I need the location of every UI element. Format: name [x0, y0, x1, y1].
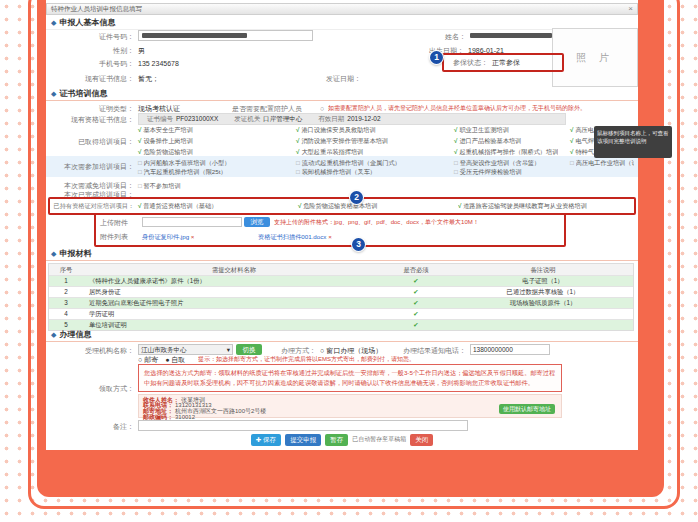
birth-value: 1986-01-21	[468, 47, 504, 55]
checked-icon: √	[454, 126, 457, 133]
gender-label: 性别：	[46, 47, 134, 55]
checked-icon: √	[296, 126, 299, 133]
unchecked-icon: □	[296, 168, 300, 175]
save-button[interactable]: ✚ 保存	[251, 434, 281, 446]
need-escort-note: 如需要配置陪护人员，请先登记陪护人员信息并经单位盖章确认后方可办理，无手机号码的…	[328, 105, 634, 112]
checked-icon: √	[138, 137, 141, 144]
window-titlebar: 特种作业人员培训申报信息填写 ×	[46, 3, 638, 15]
unchecked-icon: □	[296, 159, 300, 166]
checkbox-item[interactable]: √设备操作上岗培训	[138, 135, 193, 146]
checkbox-item[interactable]: □受压元件焊接检验培训	[454, 167, 540, 176]
annotation-badge-3: 3	[352, 238, 365, 251]
checked-icon: √	[296, 137, 299, 144]
agency-select[interactable]: 江山市政务中心 ▾	[138, 344, 233, 355]
checkbox-item[interactable]: √基本安全生产培训	[138, 124, 193, 135]
section-handle-header: ◆ 办理信息	[51, 330, 91, 340]
checkbox-item[interactable]: √港口设施保安员及救助培训	[296, 124, 388, 135]
checkbox-item[interactable]: √进口产品检验基本培训	[454, 135, 558, 146]
checked-icon: √	[298, 202, 301, 209]
chevron-down-icon: ▾	[227, 346, 230, 354]
existing-cert-value: 暂无；	[138, 75, 159, 83]
checkbox-item[interactable]: □高压电工作业培训（试用期）	[570, 158, 634, 167]
cert-org-label: 发证机关	[234, 115, 260, 122]
switch-agency-button[interactable]: 切换	[236, 344, 262, 355]
cert-no-value: PF0231000XX	[176, 115, 218, 122]
remark-label: 备注：	[86, 423, 134, 431]
name-label: 姓名：	[431, 33, 466, 41]
unchecked-icon: □	[138, 182, 142, 189]
checkbox-item[interactable]: □ 暂不参加培训	[138, 182, 181, 189]
checkbox-item[interactable]: □流动式起重机操作培训（金属门式）	[296, 158, 401, 167]
checked-icon: √	[296, 148, 299, 155]
table-header-row: 序号 需提交材料名称 是否必须 备注说明	[49, 264, 633, 275]
checkbox-item[interactable]: □汽车起重机操作培训（限25t）	[138, 167, 230, 176]
table-row: 5 单位培训证明 ✔	[49, 319, 633, 330]
redacted-name-value	[470, 33, 552, 38]
stash-button[interactable]: 暂存	[325, 434, 348, 446]
checkbox-item[interactable]: √ 道路旅客运输驾驶员继续教育与从业资格培训	[458, 202, 587, 209]
annotation-badge-2: 2	[350, 191, 363, 204]
checkbox-item[interactable]: √ 危险货物运输资格基本培训	[298, 202, 377, 209]
table-row: 2 居民身份证 ✔ 已通过数据共享核验（1）	[49, 286, 633, 297]
checked-icon: √	[570, 126, 573, 133]
section-cert-header: ◆ 证书培训信息	[51, 89, 107, 99]
delivery-note: 提示：如选择邮寄方式，证书制作完成后将以EMS方式寄出，邮费到付，请知悉。	[198, 356, 558, 363]
phone-label: 手机号码：	[46, 60, 134, 68]
check-icon: ✔	[379, 299, 453, 307]
obtained-col-3: √职业卫生监测培训 √进口产品检验基本培训 √起重机械指挥与操作（限桥式）培训	[454, 124, 558, 157]
checked-icon: √	[138, 148, 141, 155]
check-icon: ✔	[379, 310, 453, 318]
page-background: 特种作业人员培训申报信息填写 × ◆ 申报人基本信息 证件号码： 姓名： 性别：…	[0, 0, 698, 522]
completed-trainings-label: 本次已完成培训项目：	[46, 191, 134, 199]
checkbox-item[interactable]: □内河船舶水手值班培训（小型）	[138, 158, 230, 167]
checkbox-item[interactable]: □登高架设作业培训（含吊篮）	[454, 158, 540, 167]
status-value: 正常参保	[492, 59, 520, 67]
attachment-list-label: 附件列表	[100, 233, 140, 241]
close-icon[interactable]: ×	[628, 5, 633, 13]
certificate-icon: ◆	[51, 90, 56, 98]
checked-icon: √	[570, 148, 573, 155]
remark-input[interactable]	[138, 420, 468, 431]
cert-type-label: 证明类型：	[46, 105, 134, 113]
mode-radio[interactable]: ○ 窗口办理（现场）	[320, 347, 382, 355]
old-cert-label: 现有资格证书信息：	[46, 116, 134, 124]
photo-placeholder: 照 片	[552, 28, 638, 87]
table-row: 3 近期免冠白底彩色证件照电子照片 ✔ 现场核验纸质原件（1）	[49, 297, 633, 308]
attachment-link[interactable]: 资格证书扫描件001.docx ×	[258, 233, 332, 240]
checkbox-item[interactable]: √职业卫生监测培训	[454, 124, 558, 135]
mail-notice: 您选择的送达方式为邮寄：领取材料的纸质证书将在审核通过并完成制证后统一安排邮寄，…	[138, 364, 562, 392]
form-window: 特种作业人员培训申报信息填写 × ◆ 申报人基本信息 证件号码： 姓名： 性别：…	[46, 0, 638, 450]
attend-col-2: □流动式起重机操作培训（金属门式） □装卸机械操作培训（叉车）	[296, 158, 401, 176]
materials-table: 序号 需提交材料名称 是否必须 备注说明 1 《特种作业人员健康承诺书》原件（1…	[48, 263, 634, 331]
obtained-col-1: √基本安全生产培训 √设备操作上岗培训 √危险货物运输培训	[138, 124, 193, 157]
attend-trainings-label: 本次需参加培训项目：	[46, 163, 134, 171]
divider	[46, 29, 638, 30]
document-icon: ◆	[51, 250, 56, 258]
cert-date-value: 2019-12-02	[347, 115, 380, 122]
existing-cert-label: 现有证书信息：	[46, 75, 134, 83]
waive-trainings-label: 本次需减免培训项目：	[46, 182, 134, 190]
matched-trainings-label: 已持有资格证对应培训项目：	[46, 202, 134, 209]
notify-phone-input[interactable]: 13800000000	[470, 344, 550, 355]
use-default-address-button[interactable]: 使用默认邮寄地址	[499, 404, 555, 414]
upload-file-input[interactable]	[142, 217, 242, 227]
browse-button[interactable]: 浏览	[244, 217, 270, 227]
upload-label: 上传附件	[100, 219, 140, 227]
unchecked-icon: □	[138, 168, 142, 175]
close-button[interactable]: 关闭	[410, 434, 433, 446]
notify-phone-label: 办理结果通知电话：	[394, 347, 466, 355]
mode-label: 办理方式：	[272, 347, 316, 355]
briefcase-icon: ◆	[51, 331, 56, 339]
checkbox-item[interactable]: √消防设施平安操作管理基本培训	[296, 135, 388, 146]
obtained-trainings-label: 已取得培训项目：	[46, 138, 134, 146]
unchecked-icon: □	[454, 168, 458, 175]
footer-actions: ✚ 保存 提交申报 暂存 已自动暂存至草稿箱 关闭	[46, 434, 638, 446]
cert-no-label: 证书编号	[147, 115, 173, 122]
remove-icon[interactable]: ×	[328, 233, 332, 240]
gender-value: 男	[138, 47, 145, 55]
attachment-link[interactable]: 身份证复印件.jpg ×	[142, 233, 194, 240]
checkbox-item[interactable]: □装卸机械操作培训（叉车）	[296, 167, 401, 176]
checkbox-item[interactable]: √ 普通货运资格培训（基础）	[138, 202, 217, 209]
remove-icon[interactable]: ×	[191, 233, 195, 240]
submit-button[interactable]: 提交申报	[285, 434, 321, 446]
